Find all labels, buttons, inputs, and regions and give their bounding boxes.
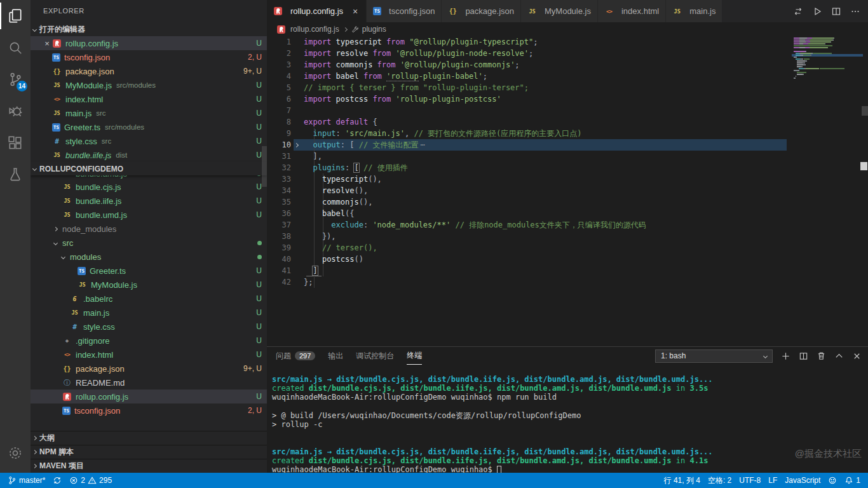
tab-tsconfig.json[interactable]: TStsconfig.json [367, 0, 442, 22]
code-line[interactable]: 4import babel from 'rollup-plugin-babel'… [267, 71, 868, 82]
code-editor[interactable]: 1import typescript from "@rollup/plugin-… [267, 36, 868, 346]
open-editor-item[interactable]: {}package.json9+, U [31, 64, 267, 78]
close-panel-icon[interactable] [852, 351, 862, 361]
code-line[interactable]: 36 babel({ [267, 208, 868, 219]
code-line[interactable]: 39 // terser(), [267, 242, 868, 254]
search-icon[interactable] [0, 32, 31, 64]
tab-MyModule.js[interactable]: JSMyModule.js [521, 0, 598, 22]
tree-item[interactable]: node_modules [31, 222, 267, 236]
panel-tab-终端[interactable]: 终端 [407, 347, 422, 365]
close-icon[interactable]: × [351, 6, 360, 17]
tree-item[interactable]: {}package.json9+, U [31, 362, 267, 376]
code-line[interactable]: 5// import { terser } from "rollup-plugi… [267, 82, 868, 93]
status-branch[interactable]: master* [4, 473, 49, 488]
code-line[interactable]: 40 postcss() [267, 254, 868, 265]
status-indentation[interactable]: 空格: 2 [704, 473, 735, 488]
run-file-icon[interactable] [812, 6, 822, 17]
status-feedback[interactable] [824, 473, 841, 488]
status-notifications[interactable]: 1 [841, 473, 864, 488]
tree-item[interactable]: rollup.config.jsU [31, 390, 267, 403]
tree-item[interactable]: JSbundle.amd.jsU [31, 175, 267, 180]
code-line[interactable]: 41 ] [267, 265, 868, 276]
open-editor-item[interactable]: TStsconfig.json2, U [31, 50, 267, 64]
code-line[interactable]: 31 ], [267, 151, 868, 162]
more-actions-icon[interactable] [850, 6, 860, 17]
code-line[interactable]: 3import commonjs from '@rollup/plugin-co… [267, 59, 868, 71]
tree-item[interactable]: ◆.gitignoreU [31, 334, 267, 348]
tree-item[interactable]: JSbundle.umd.jsU [31, 208, 267, 222]
extensions-icon[interactable] [0, 127, 31, 159]
sidebar-section-MAVEN 项目[interactable]: MAVEN 项目 [31, 459, 267, 473]
editor-scrollbar[interactable] [862, 106, 868, 116]
tree-item[interactable]: JSbundle.cjs.jsU [31, 180, 267, 194]
sidebar-section-大纲[interactable]: 大纲 [31, 431, 267, 445]
project-folder-header[interactable]: ROLLUPCONFIGDEMO [31, 162, 267, 175]
code-line[interactable]: 35 commonjs(), [267, 196, 868, 208]
tree-item[interactable]: JSbundle.iife.jsU [31, 194, 267, 208]
code-line[interactable]: 9 input: 'src/main.js', // 要打包的文件源路径(应用程… [267, 128, 868, 139]
split-editor-icon[interactable] [831, 6, 841, 17]
code-line[interactable]: 10 output: [ // 文件输出配置⋯ [267, 139, 868, 151]
open-editor-item[interactable]: #style.csssrcU [31, 134, 267, 148]
tree-item[interactable]: modules [31, 250, 267, 264]
open-editor-item[interactable]: <>index.htmlU [31, 92, 267, 106]
tree-item[interactable]: TSGreeter.tsU [31, 264, 267, 278]
open-changes-icon[interactable] [793, 6, 803, 17]
tab-rollup.config.js[interactable]: rollup.config.js× [267, 0, 367, 22]
tree-item[interactable]: JSMyModule.jsU [31, 278, 267, 292]
tree-item[interactable]: ⓘREADME.md [31, 376, 267, 390]
status-eol[interactable]: LF [764, 473, 781, 488]
breadcrumb-file[interactable]: rollup.config.js [290, 25, 339, 34]
open-editor-item[interactable]: JSmain.jssrcU [31, 106, 267, 120]
code-line[interactable]: 42}; [267, 276, 868, 288]
tree-item[interactable]: TStsconfig.json2, U [31, 403, 267, 417]
explorer-icon[interactable] [0, 0, 31, 32]
code-line[interactable]: 1import typescript from "@rollup/plugin-… [267, 36, 868, 48]
code-line[interactable]: 7 [267, 105, 868, 116]
code-line[interactable]: 2import resolve from '@rollup/plugin-nod… [267, 48, 868, 59]
maximize-panel-icon[interactable] [834, 351, 844, 361]
code-line[interactable]: 34 resolve(), [267, 185, 868, 196]
run-debug-icon[interactable] [0, 95, 31, 127]
tree-item[interactable]: JSmain.jsU [31, 306, 267, 320]
new-terminal-icon[interactable] [781, 351, 790, 361]
terminal-output[interactable]: src/main.js → dist/bundle.cjs.js, dist/b… [267, 365, 868, 473]
tree-item[interactable]: src [31, 236, 267, 250]
tab-index.html[interactable]: <>index.html [598, 0, 666, 22]
source-control-icon[interactable]: 14 [0, 64, 31, 95]
tab-package.json[interactable]: {}package.json [442, 0, 521, 22]
open-editors-header[interactable]: 打开的编辑器 [31, 22, 267, 36]
open-editor-item[interactable]: ×rollup.config.jsU [31, 36, 267, 50]
code-line[interactable]: 8export default { [267, 116, 868, 128]
code-line[interactable]: 32 plugins: [ // 使用插件 [267, 162, 868, 173]
settings-gear-icon[interactable] [0, 437, 31, 469]
status-cursor-position[interactable]: 行 41, 列 4 [660, 473, 704, 488]
panel-tab-输出[interactable]: 输出 [328, 347, 343, 365]
breadcrumb-symbol[interactable]: plugins [362, 25, 386, 34]
open-editor-item[interactable]: JSMyModule.jssrc/modulesU [31, 78, 267, 92]
panel-tab-问题[interactable]: 问题297 [276, 347, 315, 365]
close-icon[interactable]: × [42, 39, 52, 48]
kill-terminal-icon[interactable] [817, 351, 826, 361]
sidebar-section-NPM 脚本[interactable]: NPM 脚本 [31, 445, 267, 459]
sidebar-scrollbar[interactable] [262, 146, 267, 187]
fold-chevron-icon[interactable] [291, 139, 301, 151]
test-beaker-icon[interactable] [0, 159, 31, 191]
tree-item[interactable]: 6.babelrcU [31, 292, 267, 306]
tree-item[interactable]: #style.cssU [31, 320, 267, 334]
open-editor-item[interactable]: TSGreeter.tssrc/modulesU [31, 120, 267, 134]
code-line[interactable]: 37 exclude: 'node_modules/**' // 排除node_… [267, 219, 868, 231]
panel-tab-调试控制台[interactable]: 调试控制台 [356, 347, 394, 365]
minimap[interactable] [792, 36, 863, 81]
status-encoding[interactable]: UTF-8 [735, 473, 764, 488]
tree-item[interactable]: <>index.htmlU [31, 348, 267, 362]
terminal-shell-select[interactable]: 1: bash [655, 349, 773, 363]
status-problems[interactable]: 2 295 [65, 473, 116, 488]
status-sync[interactable] [49, 473, 65, 488]
status-language[interactable]: JavaScript [781, 473, 824, 488]
code-line[interactable]: 6import postcss from 'rollup-plugin-post… [267, 93, 868, 105]
code-line[interactable]: 33 typescript(), [267, 173, 868, 185]
open-editor-item[interactable]: JSbundle.iife.jsdistU [31, 148, 267, 162]
split-terminal-icon[interactable] [799, 351, 808, 361]
tab-main.js[interactable]: JSmain.js [666, 0, 722, 22]
